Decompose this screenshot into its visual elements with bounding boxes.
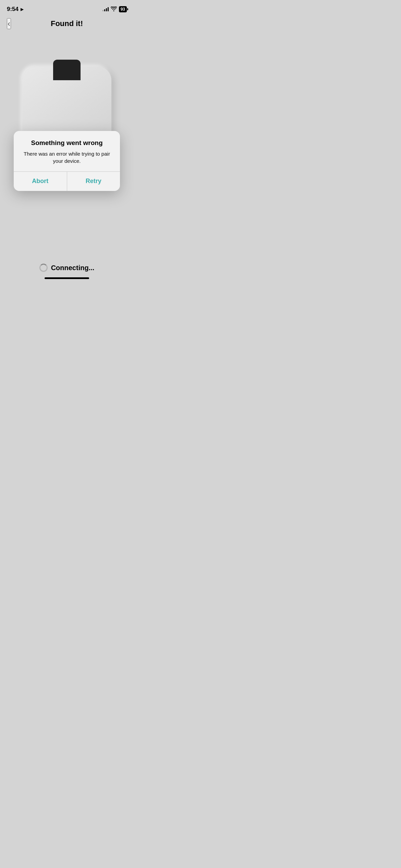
- battery-indicator: 93: [119, 6, 127, 12]
- status-right: 93: [102, 6, 127, 12]
- dialog-title: Something went wrong: [21, 139, 113, 147]
- wifi-icon: [111, 7, 117, 12]
- dialog-message: There was an error while trying to pair …: [21, 150, 113, 165]
- dialog-overlay: Something went wrong There was an error …: [0, 32, 134, 289]
- dialog-body: Something went wrong There was an error …: [14, 131, 120, 171]
- signal-bar-1: [102, 10, 104, 11]
- app-page: 9:54 ▶ 93 ‹ F: [0, 0, 134, 289]
- dialog-buttons: Abort Retry: [14, 172, 120, 191]
- signal-bar-4: [108, 7, 109, 11]
- abort-button[interactable]: Abort: [14, 172, 67, 191]
- error-dialog: Something went wrong There was an error …: [14, 131, 120, 191]
- status-time: 9:54 ▶: [7, 6, 23, 13]
- nav-bar: ‹ Found it!: [0, 16, 134, 32]
- battery-level: 93: [121, 7, 125, 12]
- signal-bars: [102, 7, 109, 11]
- status-bar: 9:54 ▶ 93: [0, 0, 134, 16]
- signal-bar-3: [106, 8, 107, 11]
- back-button[interactable]: ‹: [7, 18, 11, 29]
- content-area: Something went wrong There was an error …: [0, 32, 134, 289]
- time-text: 9:54: [7, 6, 19, 13]
- retry-button[interactable]: Retry: [67, 172, 120, 191]
- location-icon: ▶: [21, 7, 23, 12]
- signal-bar-2: [104, 9, 105, 11]
- nav-title: Found it!: [51, 19, 83, 28]
